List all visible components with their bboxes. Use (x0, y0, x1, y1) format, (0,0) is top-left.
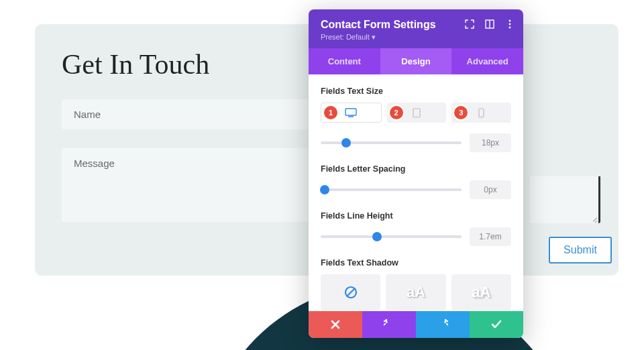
label-fields-text-size: Fields Text Size (321, 86, 511, 96)
svg-point-4 (509, 27, 511, 29)
callout-badge-2: 2 (390, 106, 403, 119)
phone-icon (478, 108, 484, 118)
close-icon (331, 320, 340, 329)
slider-line-height: 1.7em (321, 227, 511, 246)
device-selector: 1 2 3 (321, 103, 511, 123)
shadow-option-2[interactable]: aA (451, 274, 511, 310)
device-desktop[interactable]: 1 (321, 103, 382, 123)
svg-point-10 (481, 115, 482, 116)
value-line-height[interactable]: 1.7em (470, 227, 511, 246)
panel-tabs: Content Design Advanced (309, 48, 523, 74)
more-icon[interactable] (504, 19, 515, 30)
slider-track-line-height[interactable] (321, 235, 462, 238)
tab-content[interactable]: Content (309, 48, 380, 74)
name-field[interactable]: Name (62, 99, 317, 129)
undo-icon (384, 319, 394, 330)
slider-track-letter-spacing[interactable] (321, 188, 462, 191)
device-tablet[interactable]: 2 (387, 103, 447, 123)
check-icon (491, 320, 502, 329)
slider-thumb[interactable] (372, 232, 382, 241)
shadow-option-1[interactable]: aA (386, 274, 445, 310)
slider-thumb[interactable] (341, 138, 351, 148)
slider-letter-spacing: 0px (321, 180, 511, 199)
callout-badge-1: 1 (324, 106, 337, 119)
grid-icon[interactable] (484, 19, 495, 30)
text-shadow-options: aA aA (321, 274, 511, 310)
tablet-icon (413, 108, 421, 118)
cancel-button[interactable] (309, 311, 362, 338)
redo-icon (437, 319, 448, 330)
tab-design[interactable]: Design (380, 48, 452, 74)
label-text-shadow: Fields Text Shadow (321, 258, 511, 268)
message-field-right-edge (530, 176, 600, 223)
slider-text-size: 18px (321, 133, 511, 152)
label-line-height: Fields Line Height (321, 211, 511, 221)
panel-body: Fields Text Size 1 2 3 18px Fields Lette… (309, 74, 523, 311)
tab-advanced[interactable]: Advanced (451, 48, 523, 74)
device-phone[interactable]: 3 (451, 103, 511, 123)
panel-footer (309, 311, 523, 338)
callout-badge-3: 3 (454, 106, 468, 119)
shadow-sample-2: aA (472, 284, 490, 301)
svg-point-3 (509, 23, 511, 25)
confirm-button[interactable] (470, 311, 523, 338)
panel-header: Contact Form Settings Preset: Default ▾ (309, 9, 523, 48)
undo-button[interactable] (362, 311, 416, 338)
expand-icon[interactable] (464, 19, 475, 30)
shadow-option-none[interactable] (321, 274, 380, 310)
settings-panel: Contact Form Settings Preset: Default ▾ … (309, 9, 523, 338)
label-letter-spacing: Fields Letter Spacing (321, 164, 511, 174)
submit-button[interactable]: Submit (549, 237, 612, 264)
panel-preset[interactable]: Preset: Default ▾ (321, 33, 511, 42)
textarea-resize-handle[interactable] (590, 215, 597, 222)
svg-point-8 (416, 115, 417, 116)
value-text-size[interactable]: 18px (470, 133, 511, 152)
slider-track-text-size[interactable] (321, 141, 462, 144)
value-letter-spacing[interactable]: 0px (470, 180, 511, 199)
redo-button[interactable] (416, 311, 470, 338)
svg-line-12 (347, 288, 355, 296)
svg-point-2 (509, 20, 511, 22)
shadow-sample-1: aA (407, 284, 425, 301)
svg-rect-5 (345, 109, 356, 115)
message-field[interactable]: Message (62, 148, 317, 222)
none-icon (343, 285, 358, 300)
slider-thumb[interactable] (320, 185, 329, 194)
desktop-icon (345, 108, 357, 117)
header-icons (464, 19, 515, 30)
